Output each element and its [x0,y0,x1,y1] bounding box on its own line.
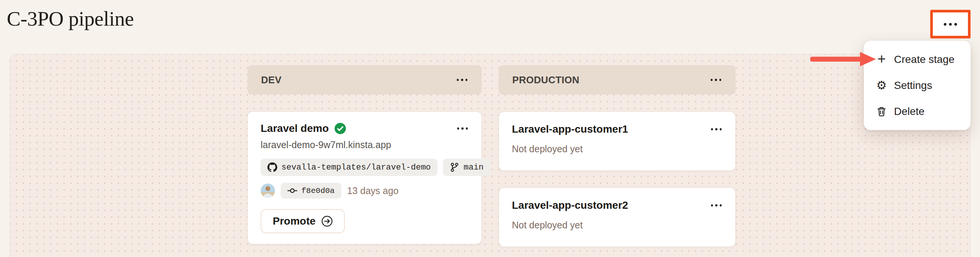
menu-item-label: Create stage [894,54,955,65]
app-more-icon[interactable] [457,125,469,132]
app-card-laravel-demo: Laravel demo laravel-demo-9w7ml.kinsta.a… [247,111,482,244]
stage-more-icon[interactable] [456,76,468,83]
app-card-customer1: Laravel-app-customer1 Not deployed yet [499,111,735,171]
menu-item-settings[interactable]: ⚙ Settings [864,72,970,98]
page-title: C-3PO pipeline [7,7,134,30]
deploy-time: 13 days ago [347,186,398,196]
app-name: Laravel-app-customer2 [512,199,628,211]
app-more-icon[interactable] [710,126,723,133]
deployed-check-icon [334,123,346,134]
repo-name: sevalla-templates/laravel-demo [282,163,431,172]
pipeline-screen: C-3PO pipeline DEV Laravel demo [0,0,980,257]
plus-icon: + [875,52,888,66]
menu-item-delete[interactable]: Delete [864,98,970,124]
deploy-status-text: Not deployed yet [512,220,722,231]
menu-item-label: Delete [894,106,924,117]
git-branch-icon [450,162,460,172]
pipeline-more-button[interactable] [930,10,970,38]
deploy-status-text: Not deployed yet [512,144,722,154]
branch-badge: main [443,159,490,176]
committer-avatar [261,184,275,198]
git-commit-icon [288,186,297,195]
github-icon [267,162,277,172]
app-name: Laravel-app-customer1 [512,123,628,135]
app-card-customer2: Laravel-app-customer2 Not deployed yet [499,188,735,247]
arrow-right-circle-icon [321,216,333,227]
commit-badge: f8e0d0a [281,183,341,198]
branch-name: main [464,163,484,172]
menu-item-create-stage[interactable]: + Create stage [864,46,970,72]
promote-label: Promote [273,215,316,227]
trash-icon [875,106,888,117]
app-name: Laravel demo [261,122,329,135]
stage-more-icon[interactable] [710,76,722,83]
menu-item-label: Settings [894,79,932,92]
pipeline-canvas: DEV Laravel demo laravel-demo-9w7ml.kins… [10,54,970,257]
more-icon [943,21,958,28]
commit-hash: f8e0d0a [301,187,334,195]
gear-icon: ⚙ [875,79,888,91]
pipeline-menu: + Create stage ⚙ Settings Delete [864,41,970,130]
stage-name: PRODUCTION [512,74,579,86]
promote-button[interactable]: Promote [261,209,345,233]
stage-column-dev: DEV Laravel demo laravel-demo-9w7ml.kins… [247,65,482,244]
repo-badge: sevalla-templates/laravel-demo [261,159,438,176]
stage-column-production: PRODUCTION Laravel-app-customer1 Not dep… [499,65,735,247]
stage-header-production: PRODUCTION [499,65,735,95]
stage-name: DEV [261,74,282,86]
app-domain: laravel-demo-9w7ml.kinsta.app [261,140,468,150]
stage-header-dev: DEV [247,65,482,95]
app-more-icon[interactable] [710,202,723,209]
